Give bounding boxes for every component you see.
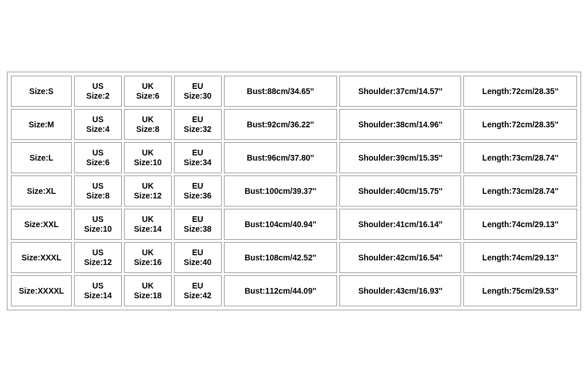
eu-value: Size:36 <box>177 191 219 201</box>
eu-label: EU <box>177 215 219 225</box>
cell-uk-size: UKSize:14 <box>124 209 172 240</box>
cell-size: Size:XXXXL <box>11 275 72 306</box>
us-label: US <box>77 248 119 258</box>
uk-label: UK <box>127 181 169 192</box>
cell-shoulder: Shoulder:43cm/16.93'' <box>339 275 461 306</box>
cell-uk-size: UKSize:10 <box>124 142 172 173</box>
cell-shoulder: Shoulder:38cm/14.96'' <box>339 109 461 140</box>
uk-label: UK <box>127 81 169 92</box>
cell-us-size: USSize:4 <box>74 109 122 140</box>
us-label: US <box>77 81 119 92</box>
eu-label: EU <box>177 81 219 92</box>
us-value: Size:2 <box>77 91 119 102</box>
cell-us-size: USSize:10 <box>74 209 122 240</box>
cell-uk-size: UKSize:8 <box>124 109 172 140</box>
cell-shoulder: Shoulder:37cm/14.57'' <box>339 76 461 107</box>
us-label: US <box>77 148 119 158</box>
uk-label: UK <box>127 215 169 225</box>
us-label: US <box>77 181 119 192</box>
eu-value: Size:32 <box>177 124 219 135</box>
uk-label: UK <box>127 115 169 125</box>
cell-size: Size:S <box>11 76 72 107</box>
cell-size: Size:XXL <box>11 209 72 240</box>
cell-uk-size: UKSize:12 <box>124 176 172 206</box>
cell-uk-size: UKSize:16 <box>124 242 172 273</box>
cell-bust: Bust:112cm/44.09'' <box>224 275 337 306</box>
eu-value: Size:30 <box>177 91 219 102</box>
us-label: US <box>77 115 119 125</box>
size-chart-table: Size:SUSSize:2UKSize:6EUSize:30Bust:88cm… <box>9 73 579 309</box>
table-row: Size:SUSSize:2UKSize:6EUSize:30Bust:88cm… <box>11 76 577 107</box>
cell-bust: Bust:104cm/40.94'' <box>224 209 337 240</box>
cell-size: Size:XL <box>11 176 72 206</box>
cell-bust: Bust:88cm/34.65'' <box>224 76 337 107</box>
eu-label: EU <box>177 248 219 258</box>
us-value: Size:14 <box>77 291 119 301</box>
eu-value: Size:38 <box>177 224 219 235</box>
cell-us-size: USSize:14 <box>74 275 122 306</box>
cell-length: Length:73cm/28.74'' <box>463 176 577 206</box>
cell-bust: Bust:96cm/37.80'' <box>224 142 337 173</box>
eu-label: EU <box>177 148 219 158</box>
eu-label: EU <box>177 181 219 192</box>
cell-bust: Bust:92cm/36.22'' <box>224 109 337 140</box>
table-row: Size:XXXLUSSize:12UKSize:16EUSize:40Bust… <box>11 242 577 273</box>
cell-us-size: USSize:12 <box>74 242 122 273</box>
cell-uk-size: UKSize:6 <box>124 76 172 107</box>
uk-value: Size:18 <box>127 291 169 301</box>
cell-bust: Bust:108cm/42.52'' <box>224 242 337 273</box>
uk-label: UK <box>127 148 169 158</box>
table-row: Size:XLUSSize:8UKSize:12EUSize:36Bust:10… <box>11 176 577 206</box>
cell-shoulder: Shoulder:40cm/15.75'' <box>339 176 461 206</box>
cell-length: Length:74cm/29.13'' <box>463 242 577 273</box>
cell-eu-size: EUSize:40 <box>174 242 222 273</box>
eu-value: Size:40 <box>177 258 219 268</box>
cell-eu-size: EUSize:36 <box>174 176 222 206</box>
eu-label: EU <box>177 281 219 291</box>
cell-length: Length:74cm/29.13'' <box>463 209 577 240</box>
table-row: Size:XXLUSSize:10UKSize:14EUSize:38Bust:… <box>11 209 577 240</box>
cell-length: Length:75cm/29.53'' <box>463 275 577 306</box>
cell-eu-size: EUSize:32 <box>174 109 222 140</box>
us-value: Size:6 <box>77 158 119 168</box>
uk-value: Size:8 <box>127 124 169 135</box>
cell-length: Length:73cm/28.74'' <box>463 142 577 173</box>
size-chart-container: Size:SUSSize:2UKSize:6EUSize:30Bust:88cm… <box>7 72 581 310</box>
uk-label: UK <box>127 248 169 258</box>
eu-value: Size:42 <box>177 291 219 301</box>
cell-length: Length:72cm/28.35'' <box>463 109 577 140</box>
us-value: Size:12 <box>77 258 119 268</box>
uk-value: Size:6 <box>127 91 169 102</box>
cell-uk-size: UKSize:18 <box>124 275 172 306</box>
cell-us-size: USSize:2 <box>74 76 122 107</box>
eu-value: Size:34 <box>177 158 219 168</box>
uk-value: Size:12 <box>127 191 169 201</box>
table-row: Size:XXXXLUSSize:14UKSize:18EUSize:42Bus… <box>11 275 577 306</box>
cell-eu-size: EUSize:42 <box>174 275 222 306</box>
uk-label: UK <box>127 281 169 291</box>
cell-shoulder: Shoulder:41cm/16.14'' <box>339 209 461 240</box>
cell-us-size: USSize:6 <box>74 142 122 173</box>
table-row: Size:LUSSize:6UKSize:10EUSize:34Bust:96c… <box>11 142 577 173</box>
cell-size: Size:M <box>11 109 72 140</box>
cell-size: Size:XXXL <box>11 242 72 273</box>
us-value: Size:8 <box>77 191 119 201</box>
us-label: US <box>77 215 119 225</box>
uk-value: Size:16 <box>127 258 169 268</box>
uk-value: Size:10 <box>127 158 169 168</box>
us-label: US <box>77 281 119 291</box>
eu-label: EU <box>177 115 219 125</box>
cell-us-size: USSize:8 <box>74 176 122 206</box>
cell-shoulder: Shoulder:39cm/15.35'' <box>339 142 461 173</box>
table-row: Size:MUSSize:4UKSize:8EUSize:32Bust:92cm… <box>11 109 577 140</box>
cell-size: Size:L <box>11 142 72 173</box>
us-value: Size:10 <box>77 224 119 235</box>
cell-eu-size: EUSize:30 <box>174 76 222 107</box>
cell-bust: Bust:100cm/39.37'' <box>224 176 337 206</box>
us-value: Size:4 <box>77 124 119 135</box>
cell-eu-size: EUSize:34 <box>174 142 222 173</box>
cell-eu-size: EUSize:38 <box>174 209 222 240</box>
cell-shoulder: Shoulder:42cm/16.54'' <box>339 242 461 273</box>
cell-length: Length:72cm/28.35'' <box>463 76 577 107</box>
uk-value: Size:14 <box>127 224 169 235</box>
